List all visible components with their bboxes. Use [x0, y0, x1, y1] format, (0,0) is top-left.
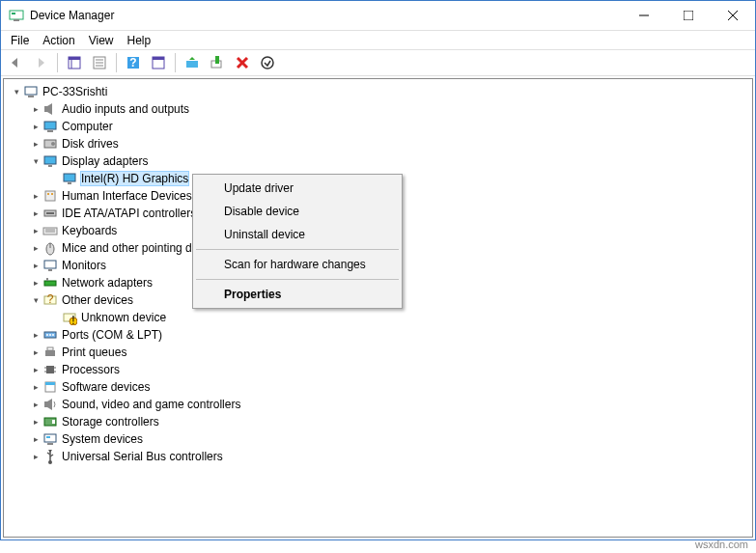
ctx-scan-hardware[interactable]: Scan for hardware changes	[195, 253, 400, 276]
node-label: Ports (COM & LPT)	[62, 328, 162, 342]
device-tree[interactable]: ▾PC-33Srishti▸Audio inputs and outputs▸C…	[3, 78, 753, 538]
svg-rect-45	[44, 261, 56, 268]
expand-toggle[interactable]: ▸	[29, 382, 42, 392]
svg-rect-18	[186, 61, 198, 68]
network-icon	[42, 275, 58, 290]
mouse-icon	[42, 240, 58, 256]
menu-file[interactable]: File	[11, 34, 29, 47]
action-button[interactable]	[148, 52, 169, 73]
titlebar: Device Manager	[1, 1, 755, 30]
category-disk[interactable]: ▸Disk drives	[6, 135, 750, 152]
close-button[interactable]	[711, 1, 755, 30]
expand-toggle[interactable]: ▸	[29, 261, 42, 270]
expand-toggle[interactable]: ▾	[10, 87, 23, 97]
category-storage[interactable]: ▸Storage controllers	[6, 413, 750, 430]
expand-toggle[interactable]: ▸	[29, 208, 42, 218]
svg-rect-24	[25, 87, 37, 95]
expand-toggle[interactable]: ▸	[29, 122, 42, 131]
node-label: Sound, video and game controllers	[62, 398, 240, 411]
node-label: Human Interface Devices	[62, 189, 192, 203]
menu-view[interactable]: View	[89, 34, 114, 47]
expand-toggle[interactable]: ▾	[29, 295, 42, 305]
uninstall-button[interactable]	[232, 52, 253, 73]
svg-point-36	[47, 193, 49, 195]
expand-toggle[interactable]: ▸	[29, 365, 42, 374]
svg-rect-1	[12, 13, 15, 14]
window-title: Device Manager	[30, 9, 622, 22]
forward-button[interactable]	[30, 52, 51, 73]
svg-point-23	[262, 57, 273, 69]
monitor-icon	[42, 258, 58, 273]
printer-icon	[42, 345, 58, 360]
scan-hardware-button[interactable]	[207, 52, 228, 73]
node-label: Storage controllers	[62, 415, 159, 429]
ctx-uninstall-device[interactable]: Uninstall device	[195, 223, 400, 246]
expand-toggle[interactable]: ▸	[29, 191, 42, 201]
category-software[interactable]: ▸Software devices	[6, 378, 750, 396]
category-display[interactable]: ▾Display adapters	[6, 152, 750, 170]
svg-rect-58	[45, 350, 55, 356]
ctx-disable-device[interactable]: Disable device	[195, 200, 400, 223]
expand-toggle[interactable]: ▸	[29, 417, 42, 427]
disable-button[interactable]	[257, 52, 278, 73]
svg-rect-66	[45, 382, 55, 385]
expand-toggle[interactable]: ▸	[29, 330, 42, 340]
device-unknown[interactable]: !Unknown device	[6, 309, 750, 326]
expand-toggle[interactable]: ▸	[29, 278, 42, 288]
category-sound[interactable]: ▸Sound, video and game controllers	[6, 396, 750, 413]
ide-icon	[42, 206, 58, 221]
expand-toggle[interactable]: ▸	[29, 139, 42, 149]
expand-toggle[interactable]: ▸	[29, 226, 42, 235]
svg-rect-47	[44, 281, 56, 286]
device-manager-window: Device Manager File Action View Help ? ▾…	[0, 0, 756, 540]
ctx-separator	[196, 249, 399, 250]
node-label: Universal Serial Bus controllers	[62, 450, 223, 463]
category-system[interactable]: ▸System devices	[6, 430, 750, 448]
watermark: wsxdn.com	[0, 539, 756, 540]
svg-rect-59	[47, 347, 53, 350]
minimize-button[interactable]	[622, 1, 666, 30]
svg-rect-4	[684, 11, 693, 20]
node-label: Processors	[62, 363, 120, 376]
expand-toggle[interactable]: ▸	[29, 434, 42, 444]
help-button[interactable]: ?	[123, 52, 144, 73]
expand-toggle[interactable]: ▸	[29, 400, 42, 409]
ctx-update-driver[interactable]: Update driver	[195, 177, 400, 200]
category-cpu[interactable]: ▸Processors	[6, 361, 750, 378]
usb-icon	[42, 449, 58, 464]
category-usb[interactable]: ▸Universal Serial Bus controllers	[6, 448, 750, 465]
root-node[interactable]: ▾PC-33Srishti	[6, 83, 750, 100]
node-label: Keyboards	[62, 224, 117, 237]
svg-text:?: ?	[129, 56, 136, 69]
expand-toggle[interactable]: ▸	[29, 452, 42, 461]
node-label: Print queues	[62, 346, 126, 359]
show-hide-tree-button[interactable]	[64, 52, 85, 73]
svg-rect-39	[46, 212, 54, 214]
category-audio[interactable]: ▸Audio inputs and outputs	[6, 100, 750, 118]
menu-action[interactable]: Action	[42, 34, 74, 47]
expand-toggle[interactable]: ▸	[29, 104, 42, 114]
update-driver-button[interactable]	[182, 52, 203, 73]
maximize-button[interactable]	[666, 1, 711, 30]
svg-rect-34	[68, 182, 71, 184]
svg-rect-31	[44, 156, 56, 164]
unknown-icon: !	[62, 310, 77, 325]
svg-rect-8	[69, 57, 80, 60]
pc-icon	[23, 84, 39, 99]
svg-rect-27	[44, 122, 56, 129]
menu-help[interactable]: Help	[127, 34, 152, 47]
ctx-properties[interactable]: Properties	[195, 283, 400, 306]
node-label: Computer	[62, 120, 113, 133]
svg-rect-71	[46, 436, 50, 438]
category-computer[interactable]: ▸Computer	[6, 118, 750, 135]
category-ports[interactable]: ▸Ports (COM & LPT)	[6, 326, 750, 344]
back-button[interactable]	[5, 52, 26, 73]
expand-toggle[interactable]: ▾	[29, 156, 42, 166]
properties-button[interactable]	[89, 52, 110, 73]
expand-toggle[interactable]: ▸	[29, 347, 42, 357]
category-printer[interactable]: ▸Print queues	[6, 344, 750, 361]
svg-rect-17	[153, 57, 164, 60]
toolbar-separator	[175, 53, 176, 72]
expand-toggle[interactable]: ▸	[29, 243, 42, 253]
storage-icon	[42, 414, 58, 429]
